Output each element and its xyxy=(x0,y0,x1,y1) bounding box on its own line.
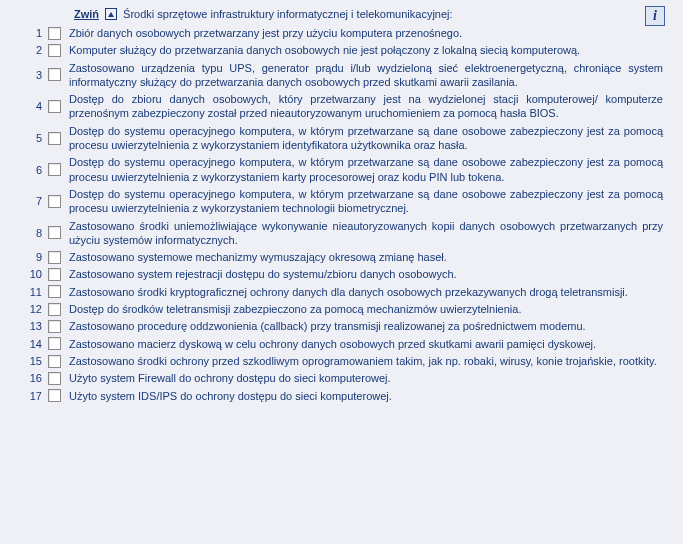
item-number: 14 xyxy=(14,337,48,351)
item-checkbox[interactable] xyxy=(48,163,61,176)
collapse-link[interactable]: Zwiń xyxy=(74,8,99,20)
item-text: Użyto system Firewall do ochrony dostępu… xyxy=(69,371,669,385)
item-checkbox[interactable] xyxy=(48,27,61,40)
item-checkbox[interactable] xyxy=(48,68,61,81)
list-item: 8Zastosowano środki uniemożliwiające wyk… xyxy=(14,219,669,248)
collapse-up-icon[interactable] xyxy=(105,8,117,20)
list-item: 7Dostęp do systemu operacyjnego komputer… xyxy=(14,187,669,216)
list-item: 2Komputer służący do przetwarzania danyc… xyxy=(14,43,669,57)
list-item: 5Dostęp do systemu operacyjnego komputer… xyxy=(14,124,669,153)
item-text: Dostęp do systemu operacyjnego komputera… xyxy=(69,187,669,216)
section-header: Zwiń Środki sprzętowe infrastruktury inf… xyxy=(14,8,669,20)
item-number: 15 xyxy=(14,354,48,368)
item-number: 8 xyxy=(14,226,48,240)
list-item: 6Dostęp do systemu operacyjnego komputer… xyxy=(14,155,669,184)
item-checkbox[interactable] xyxy=(48,195,61,208)
item-checkbox[interactable] xyxy=(48,251,61,264)
item-text: Zastosowano środki uniemożliwiające wyko… xyxy=(69,219,669,248)
item-number: 2 xyxy=(14,43,48,57)
item-text: Zastosowano środki kryptograficznej ochr… xyxy=(69,285,669,299)
item-text: Zastosowano systemowe mechanizmy wymusza… xyxy=(69,250,669,264)
item-text: Komputer służący do przetwarzania danych… xyxy=(69,43,669,57)
items-list: 1Zbiór danych osobowych przetwarzany jes… xyxy=(14,26,669,403)
item-text: Zastosowano urządzenia typu UPS, generat… xyxy=(69,61,669,90)
item-checkbox[interactable] xyxy=(48,268,61,281)
item-text: Dostęp do środków teletransmisji zabezpi… xyxy=(69,302,669,316)
item-text: Dostęp do systemu operacyjnego komputera… xyxy=(69,155,669,184)
item-checkbox[interactable] xyxy=(48,285,61,298)
item-number: 16 xyxy=(14,371,48,385)
item-number: 9 xyxy=(14,250,48,264)
item-text: Zastosowano procedurę oddzwonienia (call… xyxy=(69,319,669,333)
item-text: Zastosowano środki ochrony przed szkodli… xyxy=(69,354,669,368)
item-checkbox[interactable] xyxy=(48,355,61,368)
item-checkbox[interactable] xyxy=(48,132,61,145)
item-checkbox[interactable] xyxy=(48,337,61,350)
item-text: Zbiór danych osobowych przetwarzany jest… xyxy=(69,26,669,40)
item-number: 1 xyxy=(14,26,48,40)
item-number: 3 xyxy=(14,68,48,82)
item-checkbox[interactable] xyxy=(48,320,61,333)
item-text: Zastosowano macierz dyskową w celu ochro… xyxy=(69,337,669,351)
info-icon[interactable]: i xyxy=(645,6,665,26)
item-number: 4 xyxy=(14,99,48,113)
item-number: 10 xyxy=(14,267,48,281)
item-checkbox[interactable] xyxy=(48,372,61,385)
list-item: 12Dostęp do środków teletransmisji zabez… xyxy=(14,302,669,316)
list-item: 10Zastosowano system rejestracji dostępu… xyxy=(14,267,669,281)
section-title: Środki sprzętowe infrastruktury informat… xyxy=(123,8,453,20)
item-number: 5 xyxy=(14,131,48,145)
list-item: 17Użyto system IDS/IPS do ochrony dostęp… xyxy=(14,389,669,403)
list-item: 15Zastosowano środki ochrony przed szkod… xyxy=(14,354,669,368)
list-item: 13Zastosowano procedurę oddzwonienia (ca… xyxy=(14,319,669,333)
list-item: 4Dostęp do zbioru danych osobowych, któr… xyxy=(14,92,669,121)
item-number: 12 xyxy=(14,302,48,316)
list-item: 3Zastosowano urządzenia typu UPS, genera… xyxy=(14,61,669,90)
list-item: 1Zbiór danych osobowych przetwarzany jes… xyxy=(14,26,669,40)
item-checkbox[interactable] xyxy=(48,44,61,57)
item-text: Dostęp do zbioru danych osobowych, który… xyxy=(69,92,669,121)
item-number: 11 xyxy=(14,285,48,299)
item-checkbox[interactable] xyxy=(48,389,61,402)
form-container: Zwiń Środki sprzętowe infrastruktury inf… xyxy=(0,0,683,413)
item-text: Użyto system IDS/IPS do ochrony dostępu … xyxy=(69,389,669,403)
list-item: 11Zastosowano środki kryptograficznej oc… xyxy=(14,285,669,299)
item-text: Dostęp do systemu operacyjnego komputera… xyxy=(69,124,669,153)
item-number: 13 xyxy=(14,319,48,333)
item-number: 6 xyxy=(14,163,48,177)
item-checkbox[interactable] xyxy=(48,303,61,316)
item-checkbox[interactable] xyxy=(48,226,61,239)
item-number: 7 xyxy=(14,194,48,208)
item-number: 17 xyxy=(14,389,48,403)
list-item: 14Zastosowano macierz dyskową w celu och… xyxy=(14,337,669,351)
list-item: 9Zastosowano systemowe mechanizmy wymusz… xyxy=(14,250,669,264)
item-checkbox[interactable] xyxy=(48,100,61,113)
list-item: 16Użyto system Firewall do ochrony dostę… xyxy=(14,371,669,385)
item-text: Zastosowano system rejestracji dostępu d… xyxy=(69,267,669,281)
